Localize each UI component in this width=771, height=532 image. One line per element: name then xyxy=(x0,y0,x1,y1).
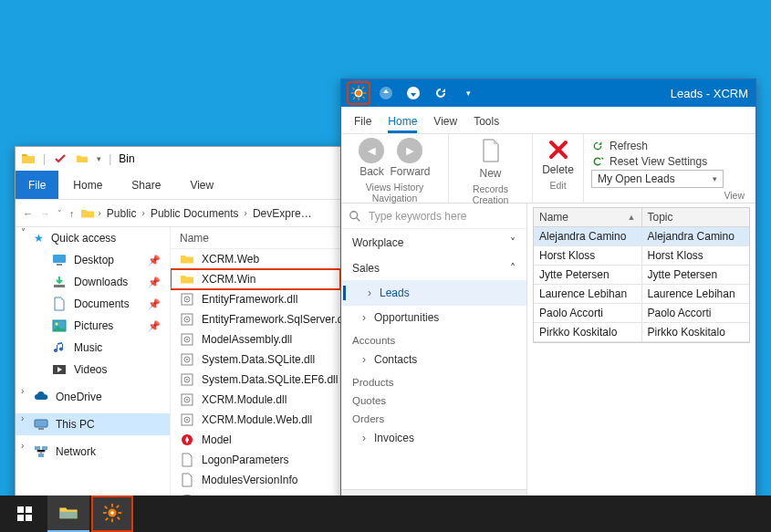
col-topic[interactable]: Topic xyxy=(642,208,750,227)
nav-network[interactable]: Network xyxy=(16,441,170,463)
file-row[interactable]: LogonParameters xyxy=(171,450,340,470)
new-button[interactable]: New xyxy=(479,138,503,180)
taskbar-xcrm[interactable] xyxy=(91,495,133,532)
file-icon xyxy=(180,252,194,266)
file-row[interactable]: XCRM.Win xyxy=(171,269,340,289)
file-row[interactable]: System.Data.SQLite.dll xyxy=(171,349,340,370)
file-row[interactable]: System.Data.SQLite.EF6.dll xyxy=(171,370,340,390)
nav-opportunities[interactable]: ›Opportunities xyxy=(341,306,526,329)
quick-desktop[interactable]: Desktop📌 xyxy=(16,249,170,271)
quick-downloads[interactable]: Downloads📌 xyxy=(16,271,170,293)
qat-customize-icon[interactable]: ▾ xyxy=(458,83,478,103)
nav-onedrive[interactable]: OneDrive xyxy=(16,386,170,408)
dropdown-icon[interactable]: ▾ xyxy=(97,154,101,163)
delete-button[interactable]: Delete xyxy=(542,138,574,176)
menu-view[interactable]: View xyxy=(433,115,457,133)
nav-orders[interactable]: Orders xyxy=(341,408,526,426)
nav-quotes[interactable]: Quotes xyxy=(341,390,526,408)
start-button[interactable] xyxy=(4,495,46,532)
quick-videos[interactable]: Videos xyxy=(16,359,170,381)
icon xyxy=(52,253,67,267)
app-icon[interactable] xyxy=(349,83,369,103)
forward-button[interactable]: ►Forward xyxy=(390,138,430,178)
chevron-right-icon[interactable]: › xyxy=(21,386,24,396)
file-row[interactable]: ModulesVersionInfo xyxy=(171,470,340,490)
quick-music[interactable]: Music xyxy=(16,337,170,359)
crumb-2[interactable]: DevExpre… xyxy=(251,207,314,220)
file-row[interactable]: XCRM.Module.dll xyxy=(171,390,340,410)
svg-line-48 xyxy=(357,217,360,221)
address-bar[interactable]: ← → ˅ ↑ › Public › Public Documents › De… xyxy=(16,200,340,227)
menu-home[interactable]: Home xyxy=(388,115,417,133)
svg-rect-52 xyxy=(26,515,32,521)
leads-grid[interactable]: Name▲ Topic Alejandra CaminoAlejandra Ca… xyxy=(533,207,750,343)
nav-this-pc[interactable]: This PC xyxy=(16,413,170,435)
nav-contacts[interactable]: ›Contacts xyxy=(341,348,526,371)
back-button[interactable]: ◄Back xyxy=(359,138,384,178)
nav-invoices[interactable]: ›Invoices xyxy=(341,426,526,450)
file-row[interactable]: EntityFramework.SqlServer.dll xyxy=(171,309,340,329)
file-icon xyxy=(180,433,194,447)
file-row[interactable]: XCRM.Web xyxy=(171,249,340,269)
file-tab[interactable]: File xyxy=(16,171,58,199)
grid-row[interactable]: Paolo AccortiPaolo Accorti xyxy=(534,304,749,323)
file-row[interactable]: EntityFramework.dll xyxy=(171,289,340,309)
qat-down-icon[interactable] xyxy=(403,83,423,103)
view-selector[interactable]: My Open Leads ▾ xyxy=(591,170,724,188)
taskbar-explorer[interactable] xyxy=(47,495,89,532)
explorer-titlebar[interactable]: | ▾ | Bin xyxy=(16,147,340,171)
crumb-0[interactable]: Public xyxy=(105,207,139,220)
menu-tools[interactable]: Tools xyxy=(474,115,499,133)
qat-refresh-icon[interactable] xyxy=(431,83,451,103)
view-tab[interactable]: View xyxy=(175,171,228,199)
svg-point-4 xyxy=(56,323,58,326)
grid-row[interactable]: Horst KlossHorst Kloss xyxy=(534,246,749,266)
app-menu: File Home View Tools xyxy=(341,107,755,134)
crumb-1[interactable]: Public Documents xyxy=(149,207,241,220)
file-explorer-window: | ▾ | Bin File Home Share View ← → ˅ ↑ ›… xyxy=(15,146,341,520)
up-icon[interactable]: ↑ xyxy=(68,208,77,219)
column-header-name[interactable]: Name xyxy=(171,227,340,249)
group-label-records: Records Creation xyxy=(454,183,526,205)
file-row[interactable]: Model xyxy=(171,430,340,450)
nav-workplace[interactable]: Workplace˅ xyxy=(341,229,526,255)
svg-rect-7 xyxy=(38,428,44,430)
svg-rect-61 xyxy=(105,517,109,521)
svg-rect-0 xyxy=(53,255,66,263)
recent-icon[interactable]: ˅ xyxy=(56,209,64,218)
file-row[interactable]: XCRM.Module.Web.dll xyxy=(171,410,340,430)
chevron-right-icon[interactable]: › xyxy=(21,441,24,451)
quick-pictures[interactable]: Pictures📌 xyxy=(16,315,170,337)
svg-rect-49 xyxy=(17,506,24,513)
quick-access[interactable]: ★ Quick access xyxy=(16,227,170,249)
file-icon xyxy=(180,453,194,467)
back-icon[interactable]: ← xyxy=(21,208,35,219)
refresh-button[interactable]: Refresh xyxy=(591,138,748,154)
menu-file[interactable]: File xyxy=(354,115,371,133)
nav-sales[interactable]: Sales˄ xyxy=(341,255,526,280)
share-tab[interactable]: Share xyxy=(117,171,175,199)
nav-leads[interactable]: ›Leads xyxy=(341,280,526,306)
col-name[interactable]: Name▲ xyxy=(534,208,642,227)
grid-row[interactable]: Pirkko KoskitaloPirkko Koskitalo xyxy=(534,323,749,342)
chevron-down-icon: ˅ xyxy=(510,236,516,249)
app-titlebar[interactable]: ▾ Leads - XCRM xyxy=(341,79,755,107)
file-list: Name XCRM.WebXCRM.WinEntityFramework.dll… xyxy=(171,227,340,519)
nav-products[interactable]: Products xyxy=(341,371,526,390)
grid-row[interactable]: Laurence LebihanLaurence Lebihan xyxy=(534,285,749,304)
grid-row[interactable]: Jytte PetersenJytte Petersen xyxy=(534,266,749,285)
forward-icon[interactable]: → xyxy=(38,208,52,219)
svg-rect-54 xyxy=(111,504,113,507)
svg-point-19 xyxy=(186,339,188,340)
search-input[interactable]: Type keywords here xyxy=(341,203,526,229)
icon xyxy=(52,362,67,377)
qat-up-icon[interactable] xyxy=(376,83,396,103)
chevron-down-icon[interactable]: ˅ xyxy=(21,227,26,237)
home-tab[interactable]: Home xyxy=(58,171,117,199)
grid-row[interactable]: Alejandra CaminoAlejandra Camino xyxy=(534,227,749,246)
file-row[interactable]: ModelAssembly.dll xyxy=(171,329,340,349)
reset-view-button[interactable]: Reset View Settings xyxy=(591,154,748,171)
nav-accounts[interactable]: Accounts xyxy=(341,329,526,348)
quick-documents[interactable]: Documents📌 xyxy=(16,293,170,315)
chevron-right-icon[interactable]: › xyxy=(21,413,24,423)
